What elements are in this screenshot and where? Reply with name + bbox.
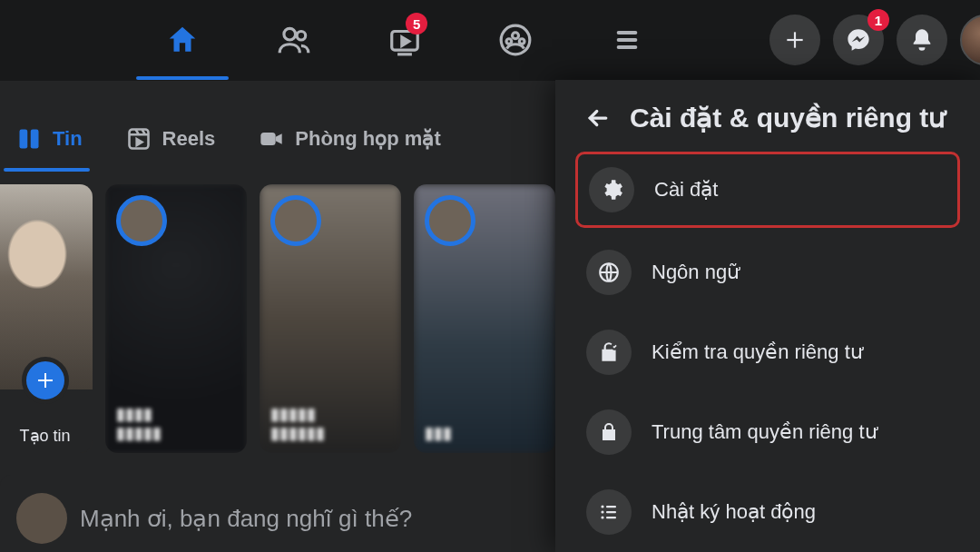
menu-item-activity-log[interactable]: Nhật ký hoạt động: [575, 477, 960, 547]
story-username: ▮▮▮: [425, 424, 544, 444]
menu-item-privacy-check[interactable]: Kiểm tra quyền riêng tư: [575, 317, 960, 388]
menu-label: Kiểm tra quyền riêng tư: [652, 340, 863, 364]
tab-reels[interactable]: Reels: [110, 106, 243, 172]
composer[interactable]: Mạnh ơi, bạn đang nghĩ gì thế?: [0, 475, 555, 552]
topbar-right: 1: [769, 0, 975, 80]
lock-shield-icon: [586, 330, 632, 375]
plus-icon: [783, 28, 807, 52]
svg-point-4: [513, 33, 519, 39]
tab-stories-label: Tin: [53, 127, 83, 151]
svg-point-20: [601, 516, 603, 518]
notifications-button[interactable]: [897, 15, 947, 65]
svg-rect-11: [31, 130, 39, 149]
svg-point-0: [284, 28, 296, 40]
story-item[interactable]: ▮▮▮: [414, 184, 555, 453]
tab-reels-label: Reels: [162, 127, 216, 151]
lock-icon: [586, 409, 632, 455]
svg-rect-19: [606, 511, 616, 513]
svg-rect-8: [616, 38, 637, 42]
menu-label: Trung tâm quyền riêng tư: [652, 420, 877, 444]
panel-header: Cài đặt & quyền riêng tư: [555, 80, 980, 144]
nav-watch[interactable]: 5: [349, 0, 460, 80]
story-create[interactable]: Tạo tin: [0, 184, 93, 453]
svg-rect-10: [20, 130, 28, 149]
create-button[interactable]: [769, 15, 820, 65]
panel-title: Cài đặt & quyền riêng tư: [630, 102, 946, 133]
hamburger-icon: [612, 25, 642, 55]
svg-point-6: [520, 39, 525, 44]
svg-rect-21: [606, 517, 616, 518]
menu-item-privacy-center[interactable]: Trung tâm quyền riêng tư: [575, 397, 960, 468]
messenger-button[interactable]: 1: [833, 15, 884, 65]
bell-icon: [909, 27, 935, 53]
story-avatar-ring: [425, 195, 475, 246]
tab-rooms-label: Phòng họp mặt: [295, 127, 440, 151]
settings-panel: Cài đặt & quyền riêng tư Cài đặt Ngôn ng…: [555, 80, 980, 552]
story-item[interactable]: ▮▮▮▮▮▮▮▮▮: [105, 184, 247, 453]
friends-icon: [277, 23, 311, 57]
watch-badge: 5: [406, 13, 427, 34]
gear-icon: [589, 167, 634, 212]
story-username: ▮▮▮▮▮▮▮▮▮▮▮: [270, 405, 390, 444]
home-icon: [165, 23, 200, 57]
panel-menu: Cài đặt Ngôn ngữ Kiểm tra quyền riêng tư…: [555, 144, 980, 552]
composer-avatar: [16, 493, 67, 544]
account-avatar[interactable]: [960, 15, 980, 65]
tab-stories[interactable]: Tin: [0, 106, 110, 172]
story-username: ▮▮▮▮▮▮▮▮▮: [116, 405, 236, 444]
svg-point-16: [601, 505, 603, 508]
menu-label: Ngôn ngữ: [652, 261, 740, 284]
svg-point-1: [297, 32, 306, 41]
messenger-icon: [846, 27, 871, 53]
back-icon[interactable]: [584, 104, 612, 132]
groups-icon: [498, 23, 533, 57]
top-navbar: 5 1: [0, 0, 980, 80]
center-nav: 5: [127, 0, 682, 80]
menu-item-settings[interactable]: Cài đặt: [575, 152, 960, 228]
nav-groups[interactable]: [460, 0, 571, 80]
story-row: Tạo tin ▮▮▮▮▮▮▮▮▮ ▮▮▮▮▮▮▮▮▮▮▮ ▮▮▮: [0, 172, 555, 453]
feed-subtabs: Tin Reels Phòng họp mặt: [0, 106, 555, 172]
reels-icon: [126, 126, 152, 152]
composer-placeholder: Mạnh ơi, bạn đang nghĩ gì thế?: [80, 505, 412, 533]
svg-rect-7: [616, 31, 637, 34]
plus-icon: [22, 357, 69, 404]
story-avatar-ring: [116, 195, 167, 246]
nav-menu[interactable]: [572, 0, 682, 80]
story-item[interactable]: ▮▮▮▮▮▮▮▮▮▮▮: [260, 184, 401, 453]
story-avatar-ring: [270, 195, 321, 246]
tab-rooms[interactable]: Phòng họp mặt: [242, 106, 467, 172]
nav-home[interactable]: [127, 0, 238, 80]
menu-label: Cài đặt: [654, 178, 718, 202]
messenger-badge: 1: [867, 9, 889, 31]
list-icon: [586, 489, 632, 535]
svg-point-18: [601, 510, 603, 513]
stories-icon: [16, 126, 42, 152]
nav-friends[interactable]: [238, 0, 348, 80]
svg-point-5: [506, 39, 512, 44]
svg-rect-13: [261, 133, 276, 145]
menu-label: Nhật ký hoạt động: [652, 500, 816, 524]
svg-rect-9: [616, 45, 637, 49]
menu-item-language[interactable]: Ngôn ngữ: [575, 237, 960, 308]
video-icon: [259, 126, 284, 152]
svg-rect-17: [606, 506, 616, 508]
globe-icon: [586, 250, 632, 295]
